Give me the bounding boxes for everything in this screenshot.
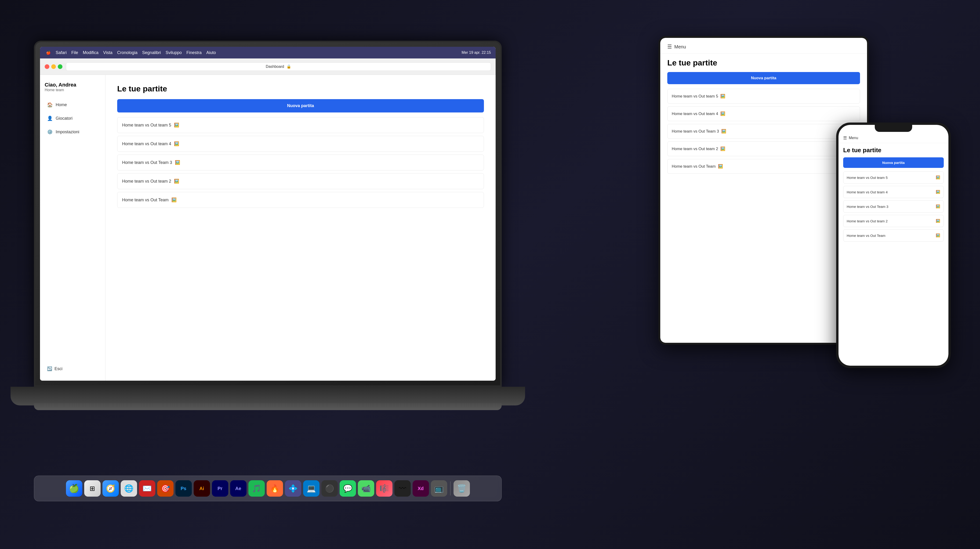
mac-menu-modifica[interactable]: Modifica [83,50,99,55]
maximize-button[interactable] [58,64,62,69]
dock-separator [450,481,450,495]
phone-game-title-4: Home team vs Out team 2 [847,219,888,223]
dock-app3[interactable]: 💠 [285,480,301,497]
tablet-game-item-5[interactable]: Home team vs Out Team 🖼️ [667,159,860,174]
dock-illustrator[interactable]: Ai [194,480,210,497]
tablet-game-item-4[interactable]: Home team vs Out team 2 🖼️ [667,141,860,156]
mac-menu-finestra[interactable]: Finestra [186,50,202,55]
game-item-5[interactable]: Home team vs Out Team 🖼️ [117,192,484,208]
window-controls [45,64,62,69]
tablet-game-list: Home team vs Out team 5 🖼️ Home team vs … [667,89,860,174]
apple-logo-icon: 🍎 [45,49,52,56]
phone-game-item-3[interactable]: Home team vs Out Team 3 🖼️ [843,200,944,213]
mac-menu-aiuto[interactable]: Aiuto [206,50,216,55]
phone-game-icon-4: 🖼️ [936,219,940,223]
game-image-icon-3: 🖼️ [175,160,180,165]
mac-menu-sviluppo[interactable]: Sviluppo [165,50,182,55]
dock-safari[interactable]: 🧭 [102,480,119,497]
game-item-2[interactable]: Home team vs Out team 4 🖼️ [117,136,484,152]
dock-app6[interactable]: 📺 [431,480,447,497]
laptop-base [11,387,525,405]
dock-trash[interactable]: 🗑️ [453,480,470,497]
nav-item-giocatori[interactable]: 👤 Giocatori [45,113,100,124]
lock-icon: 🔒 [286,64,291,69]
dock-xd[interactable]: Xd [413,480,429,497]
dock-whatsapp[interactable]: 💬 [340,480,356,497]
tablet-game-icon-5: 🖼️ [718,164,723,169]
dock-mail[interactable]: ✉️ [139,480,155,497]
browser-chrome: Dashboard 🔒 [40,59,496,75]
minimize-button[interactable] [51,64,56,69]
game-item-3[interactable]: Home team vs Out Team 3 🖼️ [117,155,484,170]
nav-item-home[interactable]: 🏠 Home [45,99,100,110]
tablet-game-item-3[interactable]: Home team vs Out Team 3 🖼️ [667,124,860,139]
close-button[interactable] [45,64,49,69]
phone-screen: ☰ Menu Le tue partite Nuova partita Home… [838,125,948,366]
dock-app4[interactable]: ⚫ [321,480,338,497]
scene: 🍎 Safari File Modifica Vista Cronologia … [22,17,958,532]
dock-music[interactable]: 🎼 [376,480,393,497]
phone-header: ☰ Menu [838,132,948,143]
dock-app1[interactable]: 🎯 [157,480,173,497]
dock-premiere[interactable]: Pr [212,480,228,497]
dock-launchpad[interactable]: ⊞ [84,480,100,497]
tablet-menu-icon: ☰ [667,44,672,50]
dock-finder[interactable]: 🍏 [66,480,82,497]
app-container: Ciao, Andrea Home team 🏠 Home 👤 Giocator… [40,75,496,381]
address-bar[interactable]: Dashboard 🔒 [66,62,491,71]
dock-vscode[interactable]: 💻 [303,480,320,497]
mac-menu-safari[interactable]: Safari [56,50,67,55]
phone-game-title-3: Home team vs Out Team 3 [847,205,888,209]
phone-new-game-button[interactable]: Nuova partita [843,157,944,168]
tablet-game-title-2: Home team vs Out team 4 [672,111,718,116]
new-game-button[interactable]: Nuova partita [117,99,484,113]
nav-item-impostazioni[interactable]: ⚙️ Impostazioni [45,126,100,138]
tablet-new-game-button[interactable]: Nuova partita [667,72,860,84]
laptop-screen: 🍎 Safari File Modifica Vista Cronologia … [40,47,496,381]
phone-game-item-4[interactable]: Home team vs Out team 2 🖼️ [843,215,944,227]
dock-chrome[interactable]: 🌐 [121,480,137,497]
phone-content: Le tue partite Nuova partita Home team v… [838,143,948,366]
tablet-game-item-1[interactable]: Home team vs Out team 5 🖼️ [667,89,860,103]
game-image-icon-2: 🖼️ [174,141,179,146]
logout-button[interactable]: ↩️ Esci [45,364,100,374]
game-title-1: Home team vs Out team 5 [122,123,171,128]
game-image-icon-5: 🖼️ [172,197,177,203]
dock-spotify[interactable]: 🎵 [248,480,265,497]
tablet-header: ☰ Menu [660,38,867,54]
phone-notch [875,125,912,132]
phone-game-title-1: Home team vs Out team 5 [847,176,888,179]
game-item-4[interactable]: Home team vs Out team 2 🖼️ [117,173,484,189]
dock-photoshop[interactable]: Ps [175,480,192,497]
tablet-game-title-3: Home team vs Out Team 3 [672,129,719,134]
game-item-1[interactable]: Home team vs Out team 5 🖼️ [117,117,484,133]
mac-menu-file[interactable]: File [72,50,78,55]
laptop-screen-bezel: 🍎 Safari File Modifica Vista Cronologia … [34,41,502,387]
game-title-5: Home team vs Out Team [122,198,169,203]
phone-game-icon-3: 🖼️ [936,205,940,209]
dock-aftereffects[interactable]: Ae [230,480,247,497]
game-list: Home team vs Out team 5 🖼️ Home team vs … [117,117,484,208]
phone-body: ☰ Menu Le tue partite Nuova partita Home… [836,122,951,368]
dock-facetime[interactable]: 📹 [358,480,374,497]
nav-label-impostazioni: Impostazioni [56,130,79,135]
mac-menu-cronologia[interactable]: Cronologia [117,50,138,55]
dock-app2[interactable]: 🔥 [267,480,283,497]
dock-app5[interactable]: 〰 [395,480,411,497]
phone-game-item-2[interactable]: Home team vs Out team 4 🖼️ [843,186,944,198]
phone-game-item-1[interactable]: Home team vs Out team 5 🖼️ [843,171,944,184]
url-text: Dashboard [266,65,284,69]
nav-label-giocatori: Giocatori [56,116,73,121]
phone-game-item-5[interactable]: Home team vs Out Team 🖼️ [843,229,944,241]
phone-game-list: Home team vs Out team 5 🖼️ Home team vs … [843,171,944,241]
mac-menu-vista[interactable]: Vista [103,50,113,55]
tablet-game-item-2[interactable]: Home team vs Out team 4 🖼️ [667,106,860,121]
mac-right-icons: Mer 19 apr. 22:15 [462,51,491,55]
phone-game-icon-2: 🖼️ [936,190,940,194]
laptop-device: 🍎 Safari File Modifica Vista Cronologia … [34,41,525,462]
game-title-3: Home team vs Out Team 3 [122,160,172,165]
mac-menu-segnalibri[interactable]: Segnalibri [142,50,161,55]
game-title-4: Home team vs Out team 2 [122,179,171,184]
laptop-base-bottom [34,403,502,410]
phone-game-icon-5: 🖼️ [936,233,940,238]
